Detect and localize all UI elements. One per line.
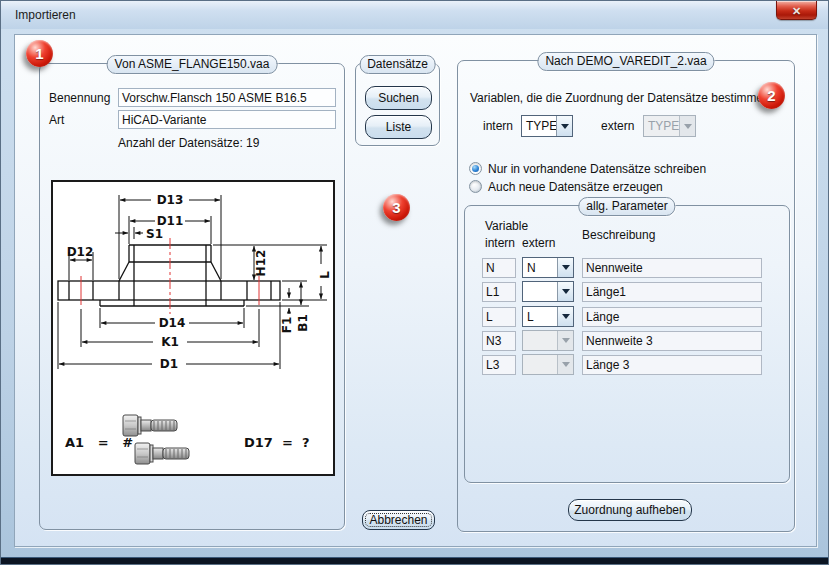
dimension-lines bbox=[58, 195, 327, 369]
chevron-down-icon bbox=[562, 265, 570, 270]
param-extern-combo bbox=[522, 330, 574, 351]
close-button[interactable]: ✕ bbox=[776, 1, 817, 20]
bolt-icon bbox=[135, 443, 189, 464]
col-beschreibung: Beschreibung bbox=[582, 228, 655, 242]
art-field[interactable]: HiCAD-Variante bbox=[118, 110, 336, 129]
dim-f1: F1 bbox=[280, 317, 294, 334]
dim-k1: K1 bbox=[161, 335, 179, 349]
col-variable: Variable bbox=[485, 219, 528, 233]
chevron-down-icon bbox=[562, 362, 570, 367]
param-group-label: allg. Parameter bbox=[578, 197, 675, 216]
bolt-icon bbox=[123, 415, 177, 436]
callout-badge-1: 1 bbox=[26, 40, 53, 67]
intern-label: intern bbox=[483, 119, 513, 133]
flange-drawing: D13 D11 S1 D12 H12 L F1 B1 D14 K1 D1 bbox=[53, 182, 333, 474]
dim-h12: H12 bbox=[254, 250, 268, 277]
dim-d1: D1 bbox=[160, 357, 178, 371]
intern-combo[interactable]: TYPE bbox=[521, 115, 573, 137]
chevron-down-icon bbox=[562, 338, 570, 343]
annotation-a1: A1 = # bbox=[65, 435, 133, 450]
mapping-instruction: Variablen, die die Zuordnung der Datensä… bbox=[470, 91, 773, 105]
param-desc-box: Länge 3 bbox=[582, 355, 762, 375]
callout-badge-3: 3 bbox=[383, 194, 410, 221]
dim-s1: S1 bbox=[146, 227, 163, 241]
annotation-d17: D17 = ? bbox=[244, 435, 309, 450]
radio-create-new[interactable] bbox=[469, 180, 482, 193]
window-title: Importieren bbox=[15, 8, 76, 22]
art-label: Art bbox=[49, 113, 64, 127]
liste-button[interactable]: Liste bbox=[365, 115, 432, 139]
intern-combo-button[interactable] bbox=[556, 116, 572, 136]
source-group: Von ASME_FLANGE150.vaa Benennung Vorschw… bbox=[39, 63, 345, 530]
chevron-down-icon bbox=[684, 124, 692, 129]
param-desc-box: Länge1 bbox=[582, 282, 762, 302]
extern-combo-button bbox=[679, 116, 695, 136]
dim-d14: D14 bbox=[159, 316, 186, 330]
dimension-labels: D13 D11 S1 D12 H12 L F1 B1 D14 K1 D1 bbox=[67, 193, 332, 371]
dim-d12: D12 bbox=[67, 245, 94, 259]
col-intern: intern bbox=[485, 236, 515, 250]
param-intern-box: N3 bbox=[482, 331, 516, 351]
benennung-field[interactable]: Vorschw.Flansch 150 ASME B16.5 bbox=[118, 88, 336, 107]
param-intern-box: L3 bbox=[482, 355, 516, 375]
extern-combo-value: TYPE bbox=[644, 116, 679, 136]
param-extern-combo-button bbox=[557, 331, 573, 350]
param-group: allg. Parameter Variable intern extern B… bbox=[464, 205, 790, 483]
suchen-button[interactable]: Suchen bbox=[365, 86, 432, 110]
centerlines bbox=[81, 238, 259, 314]
titlebar: Importieren bbox=[1, 1, 828, 29]
benennung-label: Benennung bbox=[49, 91, 110, 105]
param-extern-value bbox=[523, 331, 557, 350]
param-extern-value: N bbox=[523, 258, 557, 277]
param-extern-combo-button[interactable] bbox=[557, 282, 573, 301]
abbrechen-button[interactable]: Abbrechen bbox=[362, 510, 435, 530]
col-extern: extern bbox=[522, 236, 555, 250]
target-group: Nach DEMO_VAREDIT_2.vaa Variablen, die d… bbox=[457, 60, 795, 532]
dim-d13: D13 bbox=[157, 193, 184, 207]
param-extern-combo[interactable] bbox=[522, 281, 574, 302]
param-extern-value bbox=[523, 282, 557, 301]
param-desc-box: Nennweite 3 bbox=[582, 331, 762, 351]
content-panel: Von ASME_FLANGE150.vaa Benennung Vorschw… bbox=[14, 34, 817, 547]
dim-b1: B1 bbox=[296, 314, 310, 332]
extern-combo: TYPE bbox=[643, 115, 696, 137]
param-intern-box: N bbox=[482, 258, 516, 278]
import-dialog: Importieren ✕ Von ASME_FLANGE150.vaa Ben… bbox=[0, 0, 829, 565]
param-intern-box: L1 bbox=[482, 282, 516, 302]
param-extern-combo[interactable]: N bbox=[522, 257, 574, 278]
param-extern-value bbox=[523, 355, 557, 374]
param-extern-combo[interactable]: L bbox=[522, 306, 574, 327]
record-count-text: Anzahl der Datensätze: 19 bbox=[118, 136, 259, 150]
target-group-label: Nach DEMO_VAREDIT_2.vaa bbox=[537, 52, 714, 71]
radio-write-existing-label[interactable]: Nur in vorhandene Datensätze schreiben bbox=[488, 162, 706, 176]
intern-combo-value: TYPE bbox=[522, 116, 556, 136]
datasets-group-label: Datensätze bbox=[359, 55, 436, 74]
chevron-down-icon bbox=[562, 314, 570, 319]
flange-drawing-box: D13 D11 S1 D12 H12 L F1 B1 D14 K1 D1 bbox=[51, 180, 335, 476]
param-extern-combo-button[interactable] bbox=[557, 258, 573, 277]
dim-l: L bbox=[318, 271, 332, 279]
window-bottom-edge bbox=[1, 557, 828, 564]
chevron-down-icon bbox=[562, 289, 570, 294]
close-icon: ✕ bbox=[792, 5, 801, 17]
dim-d11: D11 bbox=[157, 214, 184, 228]
zuordnung-aufheben-button[interactable]: Zuordnung aufheben bbox=[568, 499, 692, 521]
radio-write-existing[interactable] bbox=[469, 162, 482, 175]
param-extern-combo-button bbox=[557, 355, 573, 374]
callout-badge-2: 2 bbox=[758, 82, 785, 109]
param-desc-box: Länge bbox=[582, 307, 762, 327]
radio-create-new-label[interactable]: Auch neue Datensätze erzeugen bbox=[488, 180, 663, 194]
datasets-group: Datensätze Suchen Liste bbox=[355, 63, 440, 146]
param-extern-value: L bbox=[523, 307, 557, 326]
source-group-label: Von ASME_FLANGE150.vaa bbox=[107, 55, 278, 74]
param-intern-box: L bbox=[482, 307, 516, 327]
param-extern-combo bbox=[522, 354, 574, 375]
param-extern-combo-button[interactable] bbox=[557, 307, 573, 326]
param-desc-box: Nennweite bbox=[582, 258, 762, 278]
chevron-down-icon bbox=[561, 124, 569, 129]
extern-label: extern bbox=[601, 119, 634, 133]
